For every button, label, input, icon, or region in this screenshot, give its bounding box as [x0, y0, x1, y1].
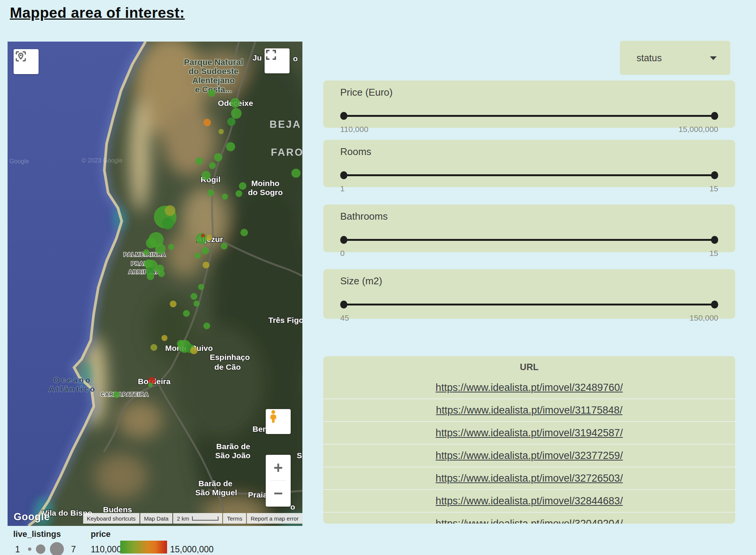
size-slider[interactable]	[340, 301, 718, 308]
map-data-link[interactable]: Map Data	[140, 513, 172, 524]
listing-marker[interactable]	[214, 153, 222, 161]
listing-marker[interactable]	[203, 322, 210, 329]
listing-marker[interactable]	[155, 243, 166, 254]
listing-marker[interactable]	[227, 118, 235, 126]
size-slider-label: Size (m2)	[340, 275, 718, 287]
rooms-slider-label: Rooms	[340, 146, 718, 158]
listing-marker[interactable]	[161, 335, 167, 341]
size-max-handle[interactable]	[711, 301, 718, 309]
map-label: Barão de	[216, 442, 250, 451]
listing-link[interactable]: https://www.idealista.pt/imovel/32489760…	[435, 382, 623, 394]
bathrooms-max-handle[interactable]	[711, 236, 718, 244]
listing-marker[interactable]	[158, 270, 165, 277]
status-dropdown[interactable]: status	[620, 41, 730, 75]
slider-track[interactable]	[343, 115, 715, 117]
terms-link[interactable]: Terms	[223, 513, 246, 524]
listing-marker[interactable]	[206, 235, 212, 241]
listing-link[interactable]: https://www.idealista.pt/imovel/32049204…	[435, 518, 623, 524]
bathrooms-min-handle[interactable]	[340, 236, 347, 244]
rooms-min-handle[interactable]	[340, 171, 347, 179]
map-label: do Sogro	[248, 188, 283, 197]
listing-marker[interactable]	[191, 293, 197, 300]
listing-marker[interactable]	[218, 129, 224, 134]
table-row: https://www.idealista.pt/imovel/32844683…	[323, 489, 735, 512]
listing-marker[interactable]	[231, 108, 242, 119]
listing-marker[interactable]	[198, 284, 204, 290]
price-slider-label: Price (Euro)	[340, 87, 718, 98]
listing-marker[interactable]	[201, 171, 211, 180]
location-pin-icon	[14, 49, 28, 64]
fullscreen-icon	[265, 48, 277, 61]
report-map-error-link[interactable]: Report a map error	[247, 513, 302, 524]
listing-marker[interactable]	[165, 205, 175, 216]
zoom-control[interactable]: + −	[266, 455, 291, 507]
listing-marker[interactable]	[208, 189, 214, 196]
listing-marker[interactable]	[113, 391, 120, 398]
listing-marker[interactable]	[195, 157, 203, 165]
listing-marker[interactable]	[190, 347, 198, 354]
url-table-header: URL	[323, 358, 735, 377]
listing-marker[interactable]	[226, 142, 235, 151]
table-row: https://www.idealista.pt/imovel/31942587…	[323, 421, 735, 444]
slider-track[interactable]	[343, 304, 715, 305]
size-min-handle[interactable]	[340, 301, 347, 309]
listing-marker[interactable]	[143, 249, 149, 255]
map-label: São João	[215, 451, 250, 460]
price-slider[interactable]	[340, 112, 718, 119]
listing-marker[interactable]	[148, 383, 153, 387]
listing-marker[interactable]	[147, 273, 154, 280]
listing-marker[interactable]	[201, 234, 205, 237]
listing-marker[interactable]	[201, 247, 209, 254]
listing-marker[interactable]	[162, 217, 174, 229]
listing-link[interactable]: https://www.idealista.pt/imovel/32377259…	[435, 450, 623, 462]
map-label: o	[293, 54, 298, 63]
listing-marker[interactable]	[150, 344, 157, 351]
scale-bar-icon	[192, 516, 218, 521]
bathrooms-slider-label: Bathrooms	[340, 211, 718, 222]
listing-marker[interactable]	[208, 89, 215, 97]
ocean	[8, 42, 146, 526]
listing-marker[interactable]	[203, 262, 209, 268]
slider-track[interactable]	[343, 239, 715, 241]
price-min-handle[interactable]	[340, 112, 347, 120]
zoom-out-button[interactable]: −	[266, 481, 291, 506]
bathrooms-slider[interactable]	[340, 236, 718, 243]
listing-marker[interactable]	[183, 310, 190, 317]
rooms-max-handle[interactable]	[711, 171, 718, 179]
listing-marker[interactable]	[170, 301, 177, 307]
listing-marker[interactable]	[168, 244, 174, 250]
listing-marker[interactable]	[239, 182, 246, 190]
rooms-slider[interactable]	[340, 171, 718, 179]
slider-track[interactable]	[343, 174, 715, 176]
listing-marker[interactable]	[222, 194, 228, 200]
map-canvas[interactable]: Parque Naturaldo SudoesteAlentejanoe Cos…	[8, 42, 302, 526]
listing-marker[interactable]	[195, 253, 201, 259]
map-label: Ju	[253, 53, 262, 62]
listing-marker[interactable]	[230, 98, 240, 108]
map-label: Parque Natural	[184, 57, 243, 67]
listing-marker[interactable]	[209, 162, 216, 169]
price-max-handle[interactable]	[711, 112, 718, 120]
listing-marker[interactable]	[221, 243, 228, 250]
listing-marker[interactable]	[235, 190, 242, 197]
center-on-markers-button[interactable]	[14, 49, 39, 74]
pegman-button[interactable]	[266, 409, 291, 434]
price-slider-card: Price (Euro) 110,000 15,000,000	[323, 81, 735, 128]
listing-marker[interactable]	[240, 229, 248, 236]
size-legend-max: 7	[71, 544, 76, 555]
keyboard-shortcuts-link[interactable]: Keyboard shortcuts	[83, 513, 139, 524]
listing-marker[interactable]	[194, 301, 200, 307]
legend-dot-medium	[36, 544, 45, 554]
listing-marker[interactable]	[291, 169, 301, 178]
listing-link[interactable]: https://www.idealista.pt/imovel/31942587…	[435, 427, 623, 439]
fullscreen-button[interactable]	[265, 48, 290, 73]
google-logo: Google	[14, 511, 50, 523]
listing-link[interactable]: https://www.idealista.pt/imovel/32844683…	[435, 495, 623, 507]
listing-marker[interactable]	[146, 238, 156, 248]
listing-marker[interactable]	[203, 119, 211, 126]
zoom-in-button[interactable]: +	[266, 455, 291, 480]
map-label: CARRAPATEIRA	[101, 391, 149, 397]
listing-link[interactable]: https://www.idealista.pt/imovel/32726503…	[435, 473, 623, 484]
listing-link[interactable]: https://www.idealista.pt/imovel/31175848…	[436, 405, 622, 416]
bathrooms-max-label: 15	[710, 249, 718, 258]
